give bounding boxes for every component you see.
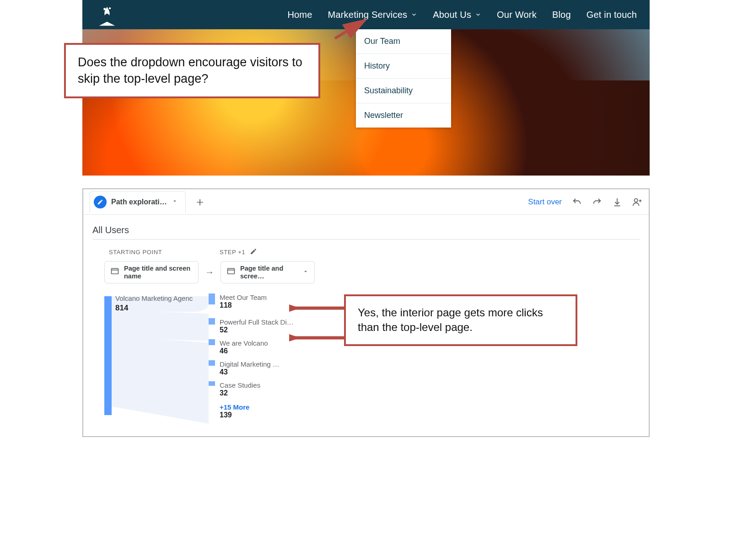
dropdown-item-newsletter[interactable]: Newsletter — [356, 103, 451, 128]
volcano-logo[interactable] — [95, 3, 119, 27]
nav-blog[interactable]: Blog — [552, 10, 571, 20]
pencil-icon — [94, 196, 107, 208]
segment-label: All Users — [92, 222, 640, 240]
pencil-icon[interactable] — [250, 248, 257, 256]
dest-node[interactable]: Digital Marketing …43 — [209, 360, 280, 376]
ga-tabbar: Path explorati… ＋ Start over — [83, 189, 649, 215]
redo-icon[interactable] — [592, 197, 602, 207]
about-us-dropdown: Our Team History Sustainability Newslett… — [356, 29, 451, 128]
dest-node-more[interactable]: +15 More139 — [209, 403, 249, 419]
dest-node[interactable]: Powerful Full Stack Di…52 — [209, 318, 294, 334]
undo-icon[interactable] — [572, 197, 582, 207]
ga-toolbar-actions: Start over — [528, 197, 642, 207]
svg-point-3 — [635, 198, 638, 202]
caret-down-icon — [172, 198, 178, 206]
start-over-button[interactable]: Start over — [528, 197, 562, 207]
nav-about-us[interactable]: About Us — [433, 10, 481, 20]
svg-rect-6 — [228, 268, 235, 274]
ga-tab-path-exploration[interactable]: Path explorati… — [90, 191, 186, 213]
svg-point-0 — [103, 8, 106, 10]
source-node-label: Volcano Marketing Agenc — [115, 294, 193, 302]
dropdown-item-sustainability[interactable]: Sustainability — [356, 79, 451, 103]
source-node-value: 814 — [115, 304, 128, 313]
annotation-callout-top: Does the dropdown encourage visitors to … — [64, 43, 320, 98]
svg-point-1 — [109, 7, 111, 9]
share-user-icon[interactable] — [632, 197, 642, 207]
nav-home[interactable]: Home — [287, 10, 312, 20]
chevron-down-icon — [475, 10, 481, 20]
dimension-pill-start[interactable]: Page title and screen name — [104, 261, 199, 283]
page-icon — [110, 267, 119, 278]
add-tab-button[interactable]: ＋ — [190, 192, 210, 212]
site-navbar: Home Marketing Services About Us Our Wor… — [82, 0, 650, 29]
arrow-right-icon: → — [205, 267, 214, 277]
nav-marketing-services[interactable]: Marketing Services — [328, 10, 418, 20]
page-icon — [226, 267, 236, 278]
caret-down-icon — [302, 268, 309, 277]
svg-rect-4 — [112, 268, 118, 274]
dropdown-item-our-team[interactable]: Our Team — [356, 29, 451, 54]
dimension-pill-step1[interactable]: Page title and scree… — [221, 261, 315, 283]
chevron-down-icon — [411, 10, 417, 20]
dest-node[interactable]: Meet Our Team118 — [209, 293, 267, 309]
annotation-callout-bottom: Yes, the interior page gets more clicks … — [344, 294, 577, 346]
dest-node[interactable]: Case Studies32 — [209, 381, 260, 397]
source-node-bar[interactable] — [104, 296, 112, 415]
nav-get-in-touch[interactable]: Get in touch — [587, 10, 637, 20]
dest-node[interactable]: We are Volcano46 — [209, 339, 268, 355]
step-header-start: STARTING POINT — [109, 248, 198, 256]
download-icon[interactable] — [612, 197, 622, 207]
nav-our-work[interactable]: Our Work — [497, 10, 537, 20]
step-header-step1: STEP +1 — [220, 248, 308, 256]
ga-path-exploration-screenshot: Path explorati… ＋ Start over All Users S… — [82, 188, 650, 437]
dropdown-item-history[interactable]: History — [356, 54, 451, 79]
website-screenshot: Home Marketing Services About Us Our Wor… — [82, 0, 650, 176]
